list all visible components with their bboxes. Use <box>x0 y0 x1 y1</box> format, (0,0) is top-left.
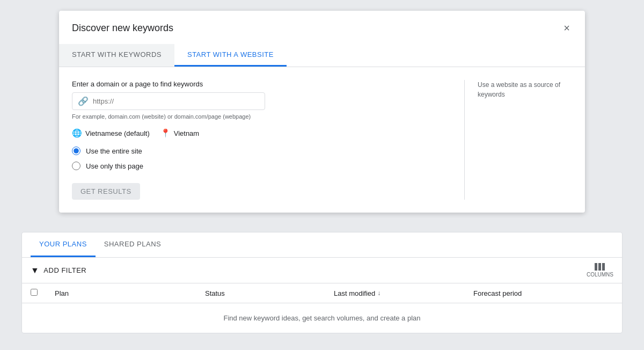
add-filter-button[interactable]: ▼ ADD FILTER <box>31 266 86 275</box>
radio-group: Use the entire site Use only this page <box>72 147 451 170</box>
plans-table: Plan Status Last modified ↓ Forecast per… <box>22 283 622 333</box>
filter-row: 🌐 Vietnamese (default) 📍 Vietnam <box>72 128 451 138</box>
empty-state-message: Find new keyword ideas, get search volum… <box>22 303 622 333</box>
columns-label: COLUMNS <box>587 272 613 278</box>
modal-title: Discover new keywords <box>72 23 173 34</box>
sort-icon: ↓ <box>377 289 380 297</box>
globe-icon: 🌐 <box>72 128 82 138</box>
tab-start-with-website[interactable]: START WITH A WEBSITE <box>174 44 287 67</box>
add-filter-label: ADD FILTER <box>43 266 86 274</box>
th-last-modified[interactable]: Last modified ↓ <box>325 283 465 303</box>
empty-state-row: Find new keyword ideas, get search volum… <box>22 303 622 333</box>
modal-tabs: START WITH KEYWORDS START WITH A WEBSITE <box>59 44 585 67</box>
language-filter[interactable]: 🌐 Vietnamese (default) <box>72 128 150 138</box>
get-results-button[interactable]: GET RESULTS <box>72 183 140 200</box>
plans-tabs: YOUR PLANS SHARED PLANS <box>22 232 622 258</box>
url-input-row: 🔗 <box>72 92 265 110</box>
link-icon: 🔗 <box>78 96 89 106</box>
discover-keywords-modal: Discover new keywords × START WITH KEYWO… <box>59 11 585 213</box>
url-input[interactable] <box>93 97 259 105</box>
modal-main-content: Enter a domain or a page to find keyword… <box>72 80 465 200</box>
radio-this-page[interactable]: Use only this page <box>72 162 451 170</box>
tab-start-with-keywords[interactable]: START WITH KEYWORDS <box>59 44 174 67</box>
close-button[interactable]: × <box>561 20 572 35</box>
modal-header: Discover new keywords × <box>59 11 585 35</box>
plans-toolbar: ▼ ADD FILTER COLUMNS <box>22 258 622 283</box>
modal-body: Enter a domain or a page to find keyword… <box>59 67 585 213</box>
input-label: Enter a domain or a page to find keyword… <box>72 80 451 88</box>
location-label: Vietnam <box>174 129 199 137</box>
plans-section: YOUR PLANS SHARED PLANS ▼ ADD FILTER COL… <box>21 232 623 333</box>
radio-entire-site[interactable]: Use the entire site <box>72 147 451 155</box>
sidebar-description: Use a website as a source of keywords <box>478 80 572 99</box>
radio-this-page-label: Use only this page <box>86 162 143 170</box>
columns-icon <box>595 263 605 271</box>
table-header: Plan Status Last modified ↓ Forecast per… <box>22 283 622 303</box>
radio-entire-site-label: Use the entire site <box>86 147 142 155</box>
funnel-icon: ▼ <box>31 266 39 275</box>
th-checkbox <box>22 283 46 303</box>
table-body: Find new keyword ideas, get search volum… <box>22 303 622 333</box>
tab-your-plans[interactable]: YOUR PLANS <box>31 232 96 257</box>
th-plan: Plan <box>46 283 196 303</box>
language-label: Vietnamese (default) <box>85 129 150 137</box>
location-filter[interactable]: 📍 Vietnam <box>160 128 199 138</box>
input-hint: For example, domain.com (website) or dom… <box>72 113 451 120</box>
select-all-checkbox[interactable] <box>31 289 38 296</box>
th-status: Status <box>196 283 325 303</box>
location-icon: 📍 <box>160 128 171 138</box>
tab-shared-plans[interactable]: SHARED PLANS <box>96 232 170 257</box>
th-forecast-period: Forecast period <box>465 283 622 303</box>
columns-button[interactable]: COLUMNS <box>587 263 613 278</box>
modal-sidebar: Use a website as a source of keywords <box>465 80 572 200</box>
